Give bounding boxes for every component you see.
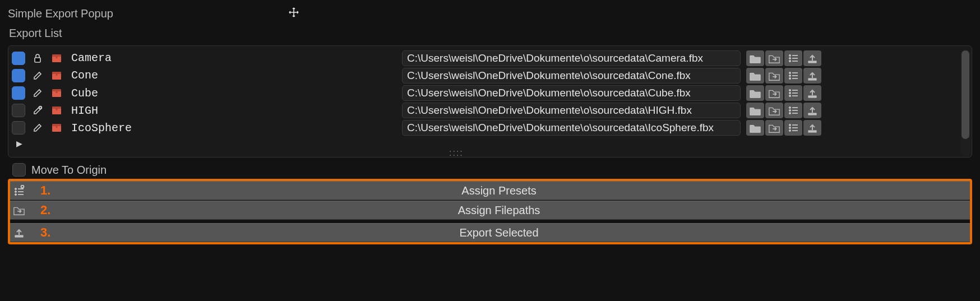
edit-icon[interactable] (30, 120, 45, 136)
object-box-icon (49, 68, 64, 84)
edit-icon[interactable] (30, 68, 45, 84)
list-plus-icon (10, 185, 28, 196)
browse-folder-button[interactable] (746, 85, 764, 101)
export-checkbox[interactable] (12, 86, 25, 100)
export-popup: Simple Export Popup Export List Camera C… (0, 0, 980, 301)
scrollbar[interactable] (960, 49, 970, 156)
upload-icon (10, 227, 28, 238)
filepath-field[interactable]: C:\Users\weisl\OneDrive\Dokumente\o\sour… (402, 85, 741, 101)
preset-list-button[interactable] (784, 85, 802, 101)
folder-arrow-icon (10, 205, 28, 216)
assign-presets-button[interactable]: 1. Assign Presets (10, 181, 970, 200)
object-name[interactable]: HIGH (68, 104, 399, 117)
popup-title: Simple Export Popup (8, 7, 288, 20)
scrollbar-thumb[interactable] (961, 50, 969, 139)
export-checkbox[interactable] (12, 121, 25, 135)
table-row: HIGH C:\Users\weisl\OneDrive\Dokumente\o… (12, 102, 957, 119)
highlighted-buttons: 1. Assign Presets 2. Assign Filepaths 3.… (8, 179, 972, 244)
filepath-field[interactable]: C:\Users\weisl\OneDrive\Dokumente\o\sour… (402, 50, 741, 66)
header: Simple Export Popup (8, 4, 972, 22)
object-name[interactable]: Cube (68, 87, 399, 100)
filepath-field[interactable]: C:\Users\weisl\OneDrive\Dokumente\o\sour… (402, 120, 741, 136)
edit-plus-icon[interactable] (30, 103, 45, 118)
set-path-button[interactable] (765, 85, 783, 101)
object-box-icon (49, 103, 64, 118)
table-row: IcoSphere C:\Users\weisl\OneDrive\Dokume… (12, 119, 957, 137)
filepath-field[interactable]: C:\Users\weisl\OneDrive\Dokumente\o\sour… (402, 68, 741, 84)
object-name[interactable]: Cone (68, 69, 399, 82)
edit-icon[interactable] (30, 85, 45, 101)
object-box-icon (49, 120, 64, 136)
filepath-field[interactable]: C:\Users\weisl\OneDrive\Dokumente\o\sour… (402, 103, 741, 118)
preset-list-button[interactable] (784, 68, 802, 84)
export-checkbox[interactable] (12, 104, 25, 117)
button-label: Export Selected (28, 226, 970, 239)
table-row: Cube C:\Users\weisl\OneDrive\Dokumente\o… (12, 84, 957, 101)
browse-folder-button[interactable] (746, 103, 764, 118)
expand-arrow-icon[interactable]: ▶ (12, 137, 957, 148)
export-item-button[interactable] (803, 85, 821, 101)
lock-icon[interactable] (30, 50, 45, 66)
annotation-number: 1. (40, 183, 50, 198)
preset-list-button[interactable] (784, 103, 802, 118)
annotation-number: 2. (40, 203, 50, 217)
object-name[interactable]: Camera (68, 52, 399, 64)
set-path-button[interactable] (765, 103, 783, 118)
table-row: Camera C:\Users\weisl\OneDrive\Dokumente… (12, 49, 957, 67)
browse-folder-button[interactable] (746, 68, 764, 84)
move-to-origin-checkbox[interactable] (12, 163, 26, 177)
preset-list-button[interactable] (784, 120, 802, 136)
browse-folder-button[interactable] (746, 120, 764, 136)
resize-grip-icon[interactable]: :::: (12, 148, 957, 156)
object-name[interactable]: IcoSphere (68, 122, 399, 135)
set-path-button[interactable] (765, 68, 783, 84)
export-selected-button[interactable]: 3. Export Selected (10, 223, 970, 242)
export-item-button[interactable] (803, 103, 821, 118)
object-box-icon (49, 85, 64, 101)
export-item-button[interactable] (803, 68, 821, 84)
export-checkbox[interactable] (12, 69, 25, 82)
export-item-button[interactable] (803, 50, 821, 66)
object-box-icon (49, 50, 64, 66)
export-item-button[interactable] (803, 120, 821, 136)
button-label: Assign Filepaths (28, 204, 970, 217)
assign-filepaths-button[interactable]: 2. Assign Filepaths (10, 201, 970, 220)
move-icon[interactable] (288, 7, 299, 21)
set-path-button[interactable] (765, 50, 783, 66)
move-to-origin-label: Move To Origin (31, 164, 107, 177)
export-list: Camera C:\Users\weisl\OneDrive\Dokumente… (8, 45, 972, 158)
export-list-label: Export List (9, 27, 971, 40)
set-path-button[interactable] (765, 120, 783, 136)
browse-folder-button[interactable] (746, 50, 764, 66)
move-to-origin-row: Move To Origin (12, 163, 972, 177)
annotation-number: 3. (40, 225, 50, 240)
button-label: Assign Presets (28, 184, 970, 197)
table-row: Cone C:\Users\weisl\OneDrive\Dokumente\o… (12, 67, 957, 84)
preset-list-button[interactable] (784, 50, 802, 66)
export-checkbox[interactable] (12, 52, 25, 65)
